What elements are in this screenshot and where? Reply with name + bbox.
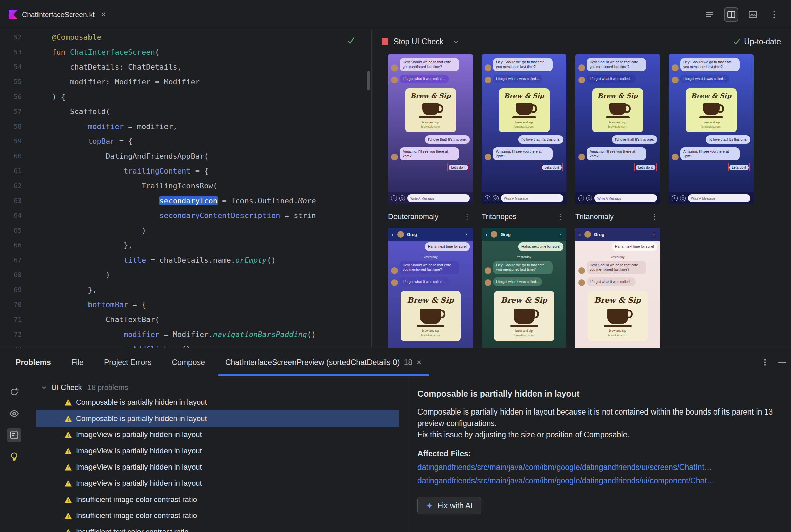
code-line[interactable]: 69 }, [0,282,371,297]
problem-item[interactable]: !Composable is partially hidden in layou… [36,411,399,427]
more-icon[interactable]: ⋮ [464,232,469,237]
split-view-icon[interactable] [724,7,738,22]
close-tab-icon[interactable]: ✕ [101,11,106,18]
message-row: Haha, next time for sure! [578,242,657,251]
code-line[interactable]: 62 TrailingIconsRow( [0,178,371,193]
more-icon[interactable]: ⋮ [558,232,563,237]
code-editor[interactable]: 52@Composable53fun ChatInterfaceScreen(5… [0,30,371,348]
preview-phone[interactable]: ‹Greg⋮Haha, next time for sure!Yesterday… [388,228,473,348]
tab-label: Compose [171,358,205,367]
problems-group[interactable]: UI Check 18 problems [29,381,409,394]
tab-project-errors[interactable]: Project Errors [94,348,162,376]
warning-icon: ! [65,497,72,503]
affected-file-link[interactable]: datingandfriends/src/main/java/com/ibm/g… [418,463,777,472]
fix-with-ai-button[interactable]: ✦ Fix with AI [418,497,481,514]
code-text: title = chatDetails.name.orEmpty() [52,256,276,264]
tab-chatinterfacescreenpreview-sortedchatdetails-0-[interactable]: ChatInterfaceScreenPreview (sortedChatDe… [215,348,432,376]
code-line[interactable]: 64 secondaryContentDescription = strin [0,208,371,223]
stop-ui-check-label[interactable]: Stop UI Check [393,37,443,46]
code-text: @Composable [52,33,101,41]
problem-item[interactable]: !ImageView is partially hidden in layout [36,459,399,475]
avatar [672,77,679,83]
code-line[interactable]: 57 Scaffold( [0,104,371,119]
emoji-icon[interactable]: ☺ [493,195,498,201]
tab-problems[interactable]: Problems [5,348,61,376]
problem-item[interactable]: !ImageView is partially hidden in layout [36,443,399,459]
preview-phone[interactable]: Hey! Should we go to that cafe you menti… [388,54,473,204]
emoji-icon[interactable]: ☺ [680,195,686,201]
tab-file[interactable]: File [61,348,94,376]
preview-phone[interactable]: ‹Greg⋮Haha, next time for sure!Yesterday… [575,228,660,348]
code-line[interactable]: 52@Composable [0,30,371,44]
more-options-icon[interactable] [767,7,781,22]
code-line[interactable]: 63 secondaryIcon = Icons.Outlined.More [0,193,371,208]
refresh-icon[interactable] [7,385,21,399]
more-icon[interactable]: ⋮ [651,232,656,237]
add-icon[interactable]: + [672,195,678,201]
editor-tab[interactable]: ChatInterfaceScreen.kt ✕ [0,0,113,29]
message-input[interactable]: Write A Message [688,194,751,202]
add-icon[interactable]: + [485,195,491,201]
back-icon[interactable]: ‹ [579,231,581,238]
preview-phone[interactable]: Hey! Should we go to that cafe you menti… [482,54,566,204]
inspections-ok-icon[interactable] [347,36,355,44]
message-row: Hey! Should we go to that cafe you menti… [578,261,657,274]
preview-phone[interactable]: Hey! Should we go to that cafe you menti… [669,54,754,204]
code-line[interactable]: 53fun ChatInterfaceScreen( [0,44,371,59]
code-line[interactable]: 60 DatingAndFriendsAppBar( [0,149,371,164]
chevron-down-icon[interactable] [40,384,47,391]
preview-eye-icon[interactable] [7,406,21,421]
minimize-icon[interactable] [778,362,786,363]
code-line[interactable]: 71 ChatTextBar( [0,312,371,327]
add-icon[interactable]: + [578,195,584,201]
code-line[interactable]: 72 modifier = Modifier.navigationBarsPad… [0,327,371,342]
back-icon[interactable]: ‹ [485,231,488,238]
editor-scrollbar[interactable] [367,71,370,91]
more-icon[interactable]: ⋮ [649,213,660,221]
preview-canvas[interactable]: Hey! Should we go to that cafe you menti… [371,53,791,348]
code-text: ) { [52,93,66,101]
code-view-icon[interactable] [702,7,717,22]
code-line[interactable]: 59 topBar = { [0,134,371,149]
preview-phone[interactable]: ‹Greg⋮Haha, next time for sure!Yesterday… [482,228,566,348]
code-line[interactable]: 66 }, [0,238,371,252]
message-row: I forgot what it was called... [391,75,470,83]
code-line[interactable]: 68 ) [0,267,371,282]
code-line[interactable]: 61 trailingContent = { [0,164,371,178]
chat-bubble: I forgot what it was called... [493,75,542,83]
close-tab-icon[interactable]: ✕ [417,359,422,366]
more-icon[interactable]: ⋮ [462,213,473,221]
tab-compose[interactable]: Compose [162,348,215,376]
code-line[interactable]: 54 chatDetails: ChatDetails, [0,59,371,74]
code-line[interactable]: 55 modifier: Modifier = Modifier [0,74,371,89]
lightbulb-icon[interactable] [7,450,21,464]
message-input[interactable]: Write A Message [407,194,470,202]
message-input[interactable]: Write A Message [594,194,657,202]
design-view-icon[interactable] [746,7,760,22]
chevron-down-icon[interactable] [452,37,460,45]
details-view-icon[interactable] [7,428,21,442]
preview-phone[interactable]: Hey! Should we go to that cafe you menti… [575,54,660,204]
code-line[interactable]: 73 onAddClick = {} [0,342,371,348]
emoji-icon[interactable]: ☺ [399,195,405,201]
code-line[interactable]: 65 ) [0,223,371,238]
back-icon[interactable]: ‹ [392,231,394,238]
code-line[interactable]: 58 modifier = modifier, [0,119,371,134]
emoji-icon[interactable]: ☺ [586,195,592,201]
code-line[interactable]: 56) { [0,89,371,104]
problems-group-count: 18 problems [87,383,128,392]
problem-item[interactable]: !Insufficient image color contrast ratio [36,508,399,524]
affected-file-link[interactable]: datingandfriends/src/main/java/com/ibm/g… [418,476,777,486]
add-icon[interactable]: + [391,195,397,201]
more-icon[interactable]: ⋮ [555,213,566,221]
code-line[interactable]: 67 title = chatDetails.name.orEmpty() [0,252,371,267]
code-line[interactable]: 70 bottomBar = { [0,297,371,312]
problem-item[interactable]: !Insufficient text color contrast ratio [36,524,399,532]
problem-item[interactable]: !Composable is partially hidden in layou… [36,394,399,411]
stop-icon[interactable] [382,38,388,45]
problem-item[interactable]: !Insufficient image color contrast ratio [36,492,399,508]
problem-item[interactable]: !ImageView is partially hidden in layout [36,475,399,492]
problem-item[interactable]: !ImageView is partially hidden in layout [36,427,399,443]
more-options-icon[interactable] [760,358,769,366]
message-input[interactable]: Write A Message [501,194,563,202]
